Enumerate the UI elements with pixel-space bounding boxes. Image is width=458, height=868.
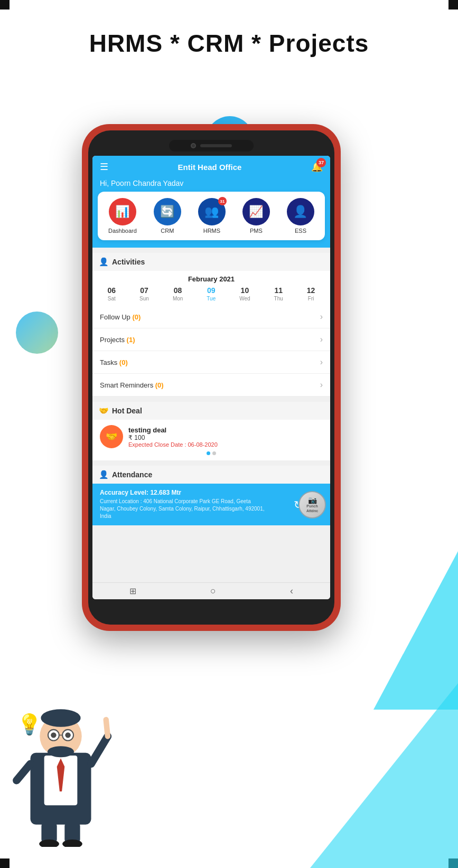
corner-mark-tl bbox=[0, 0, 10, 10]
chevron-projects: › bbox=[320, 335, 323, 344]
accuracy-text: Accuracy Level: 12.683 Mtr bbox=[100, 489, 265, 496]
activity-reminders-text: Smart Reminders (0) bbox=[100, 381, 164, 389]
cal-num-10: 10 bbox=[241, 286, 249, 295]
svg-point-7 bbox=[48, 746, 74, 757]
dot-1 bbox=[207, 451, 210, 455]
module-label-hrms: HRMS bbox=[203, 228, 220, 234]
activity-followup[interactable]: Follow Up (0) › bbox=[92, 306, 330, 328]
punch-camera-icon: 📷 bbox=[308, 496, 317, 504]
cal-label-11: Thu bbox=[274, 296, 283, 301]
phone-speaker bbox=[200, 144, 232, 147]
tasks-count: (0) bbox=[119, 358, 128, 366]
nav-home-icon[interactable]: ○ bbox=[210, 586, 216, 597]
activity-reminders[interactable]: Smart Reminders (0) › bbox=[92, 374, 330, 397]
module-label-dashboard: Dashboard bbox=[108, 228, 137, 234]
activity-projects[interactable]: Projects (1) › bbox=[92, 328, 330, 351]
cal-day-09[interactable]: 09 Tue bbox=[207, 286, 216, 301]
svg-point-11 bbox=[65, 732, 70, 738]
cal-day-11[interactable]: 11 Thu bbox=[274, 286, 283, 301]
deal-icon-wrap: 🤝 bbox=[100, 425, 123, 448]
dot-2 bbox=[212, 451, 216, 455]
cal-day-07[interactable]: 07 Sun bbox=[139, 286, 149, 301]
cal-num-09: 09 bbox=[207, 286, 216, 295]
reminders-count: (0) bbox=[155, 381, 164, 389]
corner-mark-tr bbox=[448, 0, 458, 10]
hrms-badge: 31 bbox=[218, 197, 227, 205]
module-hrms[interactable]: 31 👥 HRMS bbox=[198, 198, 226, 234]
cal-label-12: Fri bbox=[308, 296, 314, 301]
activity-tasks[interactable]: Tasks (0) › bbox=[92, 351, 330, 374]
activity-projects-text: Projects (1) bbox=[100, 336, 135, 344]
phone-shell: ☰ Entit Head Office 🔔 37 Hi, Poorn Chand… bbox=[82, 124, 341, 631]
app-scroll-area[interactable]: ☰ Entit Head Office 🔔 37 Hi, Poorn Chand… bbox=[92, 156, 330, 599]
module-icon-hrms: 31 👥 bbox=[198, 198, 226, 225]
calendar-days: 06 Sat 07 Sun 08 Mon 09 bbox=[96, 286, 327, 301]
module-crm[interactable]: 🔄 CRM bbox=[154, 198, 181, 234]
chevron-reminders: › bbox=[320, 380, 323, 390]
module-icon-crm: 🔄 bbox=[154, 198, 181, 225]
deal-info: testing deal ₹ 100 Expected Close Date :… bbox=[128, 426, 323, 448]
punch-btn-text: PunchAttdnc bbox=[306, 504, 318, 513]
attendance-bar: Accuracy Level: 12.683 Mtr Current Locat… bbox=[92, 484, 330, 525]
nav-multitask-icon[interactable]: ⊞ bbox=[129, 586, 136, 596]
app-header: ☰ Entit Head Office 🔔 37 bbox=[92, 156, 330, 177]
cal-day-06[interactable]: 06 Sat bbox=[108, 286, 116, 301]
greeting-text: Hi, Poorn Chandra Yadav bbox=[100, 179, 183, 187]
cal-label-10: Wed bbox=[239, 296, 250, 301]
chevron-followup: › bbox=[320, 312, 323, 322]
module-label-crm: CRM bbox=[161, 228, 174, 234]
cal-num-07: 07 bbox=[140, 286, 148, 295]
pms-icon: 📈 bbox=[249, 205, 263, 219]
deal-icon-svg: 🤝 bbox=[100, 425, 123, 448]
activity-followup-text: Follow Up (0) bbox=[100, 313, 141, 321]
notification-badge: 37 bbox=[316, 158, 326, 167]
cal-label-09: Tue bbox=[207, 296, 216, 301]
cal-num-12: 12 bbox=[307, 286, 315, 295]
activities-section-icon: 👤 bbox=[99, 257, 109, 267]
activity-tasks-text: Tasks (0) bbox=[100, 358, 128, 366]
svg-line-15 bbox=[16, 764, 30, 780]
hrms-icon: 👥 bbox=[204, 205, 219, 219]
notification-button[interactable]: 🔔 37 bbox=[311, 161, 323, 173]
punch-attendance-button[interactable]: 📷 PunchAttdnc bbox=[298, 491, 326, 518]
character-svg bbox=[0, 670, 121, 847]
crm-icon: 🔄 bbox=[160, 205, 174, 219]
module-ess[interactable]: 👤 ESS bbox=[287, 198, 314, 234]
ess-icon: 👤 bbox=[293, 205, 307, 219]
cal-num-11: 11 bbox=[274, 286, 283, 295]
phone-inner: ☰ Entit Head Office 🔔 37 Hi, Poorn Chand… bbox=[88, 130, 334, 625]
carousel-dots bbox=[100, 451, 323, 455]
module-dashboard[interactable]: 📊 Dashboard bbox=[108, 198, 137, 234]
projects-count: (1) bbox=[127, 336, 135, 344]
calendar-wrap: February 2021 06 Sat 07 Sun 08 Mon bbox=[92, 271, 330, 306]
cal-day-10[interactable]: 10 Wed bbox=[239, 286, 250, 301]
cal-day-08[interactable]: 08 Mon bbox=[173, 286, 183, 301]
dashboard-icon: 📊 bbox=[115, 205, 129, 219]
module-label-ess: ESS bbox=[295, 228, 306, 234]
app-header-title: Entit Head Office bbox=[108, 163, 311, 172]
hot-deal-content: 🤝 testing deal ₹ 100 Expected Close Date… bbox=[92, 420, 330, 460]
module-pms[interactable]: 📈 PMS bbox=[242, 198, 270, 234]
phone-camera bbox=[191, 143, 196, 148]
module-icon-dashboard: 📊 bbox=[109, 198, 136, 225]
hamburger-icon[interactable]: ☰ bbox=[100, 161, 108, 173]
deal-date: Expected Close Date : 06-08-2020 bbox=[128, 441, 323, 448]
phone-camera-bar bbox=[169, 140, 254, 152]
activities-section-title: Activities bbox=[112, 258, 145, 266]
module-icon-ess: 👤 bbox=[287, 198, 314, 225]
cal-day-12[interactable]: 12 Fri bbox=[307, 286, 315, 301]
cal-num-06: 06 bbox=[108, 286, 116, 295]
attendance-section-icon: 👤 bbox=[99, 470, 109, 479]
deal-name: testing deal bbox=[128, 426, 323, 434]
svg-text:🤝: 🤝 bbox=[106, 431, 118, 442]
cal-num-08: 08 bbox=[174, 286, 182, 295]
svg-line-13 bbox=[91, 736, 107, 763]
cal-label-07: Sun bbox=[139, 296, 149, 301]
phone-nav-bar: ⊞ ○ ‹ bbox=[92, 582, 330, 599]
corner-mark-bl bbox=[0, 858, 10, 868]
svg-point-10 bbox=[51, 732, 56, 738]
module-icon-pms: 📈 bbox=[242, 198, 270, 225]
hot-deal-section-header: 🤝 Hot Deal bbox=[92, 402, 330, 420]
nav-back-icon[interactable]: ‹ bbox=[290, 586, 293, 597]
module-label-pms: PMS bbox=[250, 228, 263, 234]
